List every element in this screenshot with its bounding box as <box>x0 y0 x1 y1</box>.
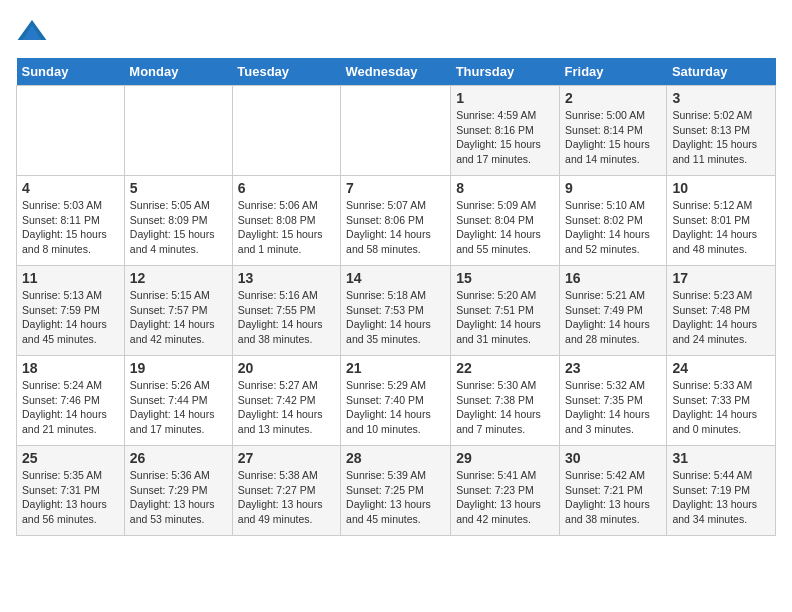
calendar-cell: 10Sunrise: 5:12 AMSunset: 8:01 PMDayligh… <box>667 176 776 266</box>
day-number: 20 <box>238 360 335 376</box>
day-number: 30 <box>565 450 661 466</box>
calendar-cell: 26Sunrise: 5:36 AMSunset: 7:29 PMDayligh… <box>124 446 232 536</box>
weekday-header-wednesday: Wednesday <box>341 58 451 86</box>
calendar-cell: 6Sunrise: 5:06 AMSunset: 8:08 PMDaylight… <box>232 176 340 266</box>
day-info: Sunrise: 5:26 AMSunset: 7:44 PMDaylight:… <box>130 378 227 437</box>
day-number: 3 <box>672 90 770 106</box>
weekday-header-sunday: Sunday <box>17 58 125 86</box>
calendar-cell: 29Sunrise: 5:41 AMSunset: 7:23 PMDayligh… <box>451 446 560 536</box>
weekday-header-friday: Friday <box>560 58 667 86</box>
page-header <box>16 16 776 48</box>
day-info: Sunrise: 5:33 AMSunset: 7:33 PMDaylight:… <box>672 378 770 437</box>
day-info: Sunrise: 5:30 AMSunset: 7:38 PMDaylight:… <box>456 378 554 437</box>
day-info: Sunrise: 5:05 AMSunset: 8:09 PMDaylight:… <box>130 198 227 257</box>
calendar-week-5: 25Sunrise: 5:35 AMSunset: 7:31 PMDayligh… <box>17 446 776 536</box>
day-number: 24 <box>672 360 770 376</box>
day-info: Sunrise: 5:23 AMSunset: 7:48 PMDaylight:… <box>672 288 770 347</box>
day-info: Sunrise: 5:21 AMSunset: 7:49 PMDaylight:… <box>565 288 661 347</box>
calendar-cell: 7Sunrise: 5:07 AMSunset: 8:06 PMDaylight… <box>341 176 451 266</box>
day-number: 1 <box>456 90 554 106</box>
weekday-header-monday: Monday <box>124 58 232 86</box>
day-info: Sunrise: 5:39 AMSunset: 7:25 PMDaylight:… <box>346 468 445 527</box>
day-info: Sunrise: 5:02 AMSunset: 8:13 PMDaylight:… <box>672 108 770 167</box>
logo <box>16 16 52 48</box>
calendar-cell <box>341 86 451 176</box>
calendar-cell: 5Sunrise: 5:05 AMSunset: 8:09 PMDaylight… <box>124 176 232 266</box>
day-info: Sunrise: 5:12 AMSunset: 8:01 PMDaylight:… <box>672 198 770 257</box>
day-number: 19 <box>130 360 227 376</box>
day-number: 2 <box>565 90 661 106</box>
day-info: Sunrise: 5:03 AMSunset: 8:11 PMDaylight:… <box>22 198 119 257</box>
day-info: Sunrise: 5:06 AMSunset: 8:08 PMDaylight:… <box>238 198 335 257</box>
day-number: 12 <box>130 270 227 286</box>
day-info: Sunrise: 5:07 AMSunset: 8:06 PMDaylight:… <box>346 198 445 257</box>
weekday-header-row: SundayMondayTuesdayWednesdayThursdayFrid… <box>17 58 776 86</box>
day-number: 16 <box>565 270 661 286</box>
logo-icon <box>16 16 48 48</box>
day-number: 21 <box>346 360 445 376</box>
calendar-table: SundayMondayTuesdayWednesdayThursdayFrid… <box>16 58 776 536</box>
day-number: 18 <box>22 360 119 376</box>
calendar-cell: 30Sunrise: 5:42 AMSunset: 7:21 PMDayligh… <box>560 446 667 536</box>
day-number: 17 <box>672 270 770 286</box>
day-info: Sunrise: 5:13 AMSunset: 7:59 PMDaylight:… <box>22 288 119 347</box>
day-number: 5 <box>130 180 227 196</box>
day-number: 7 <box>346 180 445 196</box>
day-number: 9 <box>565 180 661 196</box>
calendar-week-3: 11Sunrise: 5:13 AMSunset: 7:59 PMDayligh… <box>17 266 776 356</box>
calendar-cell: 25Sunrise: 5:35 AMSunset: 7:31 PMDayligh… <box>17 446 125 536</box>
calendar-week-1: 1Sunrise: 4:59 AMSunset: 8:16 PMDaylight… <box>17 86 776 176</box>
calendar-cell <box>124 86 232 176</box>
calendar-cell: 23Sunrise: 5:32 AMSunset: 7:35 PMDayligh… <box>560 356 667 446</box>
day-info: Sunrise: 5:16 AMSunset: 7:55 PMDaylight:… <box>238 288 335 347</box>
calendar-cell: 24Sunrise: 5:33 AMSunset: 7:33 PMDayligh… <box>667 356 776 446</box>
weekday-header-thursday: Thursday <box>451 58 560 86</box>
calendar-cell: 28Sunrise: 5:39 AMSunset: 7:25 PMDayligh… <box>341 446 451 536</box>
calendar-cell: 8Sunrise: 5:09 AMSunset: 8:04 PMDaylight… <box>451 176 560 266</box>
calendar-cell: 22Sunrise: 5:30 AMSunset: 7:38 PMDayligh… <box>451 356 560 446</box>
day-info: Sunrise: 5:32 AMSunset: 7:35 PMDaylight:… <box>565 378 661 437</box>
calendar-cell: 19Sunrise: 5:26 AMSunset: 7:44 PMDayligh… <box>124 356 232 446</box>
calendar-cell: 4Sunrise: 5:03 AMSunset: 8:11 PMDaylight… <box>17 176 125 266</box>
calendar-cell: 2Sunrise: 5:00 AMSunset: 8:14 PMDaylight… <box>560 86 667 176</box>
day-number: 4 <box>22 180 119 196</box>
calendar-cell: 1Sunrise: 4:59 AMSunset: 8:16 PMDaylight… <box>451 86 560 176</box>
day-info: Sunrise: 5:29 AMSunset: 7:40 PMDaylight:… <box>346 378 445 437</box>
day-number: 25 <box>22 450 119 466</box>
day-info: Sunrise: 4:59 AMSunset: 8:16 PMDaylight:… <box>456 108 554 167</box>
day-info: Sunrise: 5:41 AMSunset: 7:23 PMDaylight:… <box>456 468 554 527</box>
day-info: Sunrise: 5:15 AMSunset: 7:57 PMDaylight:… <box>130 288 227 347</box>
calendar-cell: 11Sunrise: 5:13 AMSunset: 7:59 PMDayligh… <box>17 266 125 356</box>
calendar-cell: 21Sunrise: 5:29 AMSunset: 7:40 PMDayligh… <box>341 356 451 446</box>
day-info: Sunrise: 5:44 AMSunset: 7:19 PMDaylight:… <box>672 468 770 527</box>
day-info: Sunrise: 5:38 AMSunset: 7:27 PMDaylight:… <box>238 468 335 527</box>
day-info: Sunrise: 5:27 AMSunset: 7:42 PMDaylight:… <box>238 378 335 437</box>
calendar-cell: 14Sunrise: 5:18 AMSunset: 7:53 PMDayligh… <box>341 266 451 356</box>
calendar-cell: 13Sunrise: 5:16 AMSunset: 7:55 PMDayligh… <box>232 266 340 356</box>
calendar-week-2: 4Sunrise: 5:03 AMSunset: 8:11 PMDaylight… <box>17 176 776 266</box>
calendar-cell: 15Sunrise: 5:20 AMSunset: 7:51 PMDayligh… <box>451 266 560 356</box>
weekday-header-tuesday: Tuesday <box>232 58 340 86</box>
day-number: 11 <box>22 270 119 286</box>
day-number: 15 <box>456 270 554 286</box>
day-info: Sunrise: 5:42 AMSunset: 7:21 PMDaylight:… <box>565 468 661 527</box>
day-number: 27 <box>238 450 335 466</box>
day-info: Sunrise: 5:09 AMSunset: 8:04 PMDaylight:… <box>456 198 554 257</box>
day-number: 6 <box>238 180 335 196</box>
day-info: Sunrise: 5:36 AMSunset: 7:29 PMDaylight:… <box>130 468 227 527</box>
calendar-week-4: 18Sunrise: 5:24 AMSunset: 7:46 PMDayligh… <box>17 356 776 446</box>
day-info: Sunrise: 5:20 AMSunset: 7:51 PMDaylight:… <box>456 288 554 347</box>
day-number: 13 <box>238 270 335 286</box>
day-number: 10 <box>672 180 770 196</box>
day-number: 14 <box>346 270 445 286</box>
calendar-cell: 16Sunrise: 5:21 AMSunset: 7:49 PMDayligh… <box>560 266 667 356</box>
day-info: Sunrise: 5:18 AMSunset: 7:53 PMDaylight:… <box>346 288 445 347</box>
calendar-cell: 9Sunrise: 5:10 AMSunset: 8:02 PMDaylight… <box>560 176 667 266</box>
calendar-cell: 17Sunrise: 5:23 AMSunset: 7:48 PMDayligh… <box>667 266 776 356</box>
day-info: Sunrise: 5:24 AMSunset: 7:46 PMDaylight:… <box>22 378 119 437</box>
calendar-header: SundayMondayTuesdayWednesdayThursdayFrid… <box>17 58 776 86</box>
day-number: 22 <box>456 360 554 376</box>
calendar-cell <box>17 86 125 176</box>
day-number: 23 <box>565 360 661 376</box>
calendar-cell: 12Sunrise: 5:15 AMSunset: 7:57 PMDayligh… <box>124 266 232 356</box>
